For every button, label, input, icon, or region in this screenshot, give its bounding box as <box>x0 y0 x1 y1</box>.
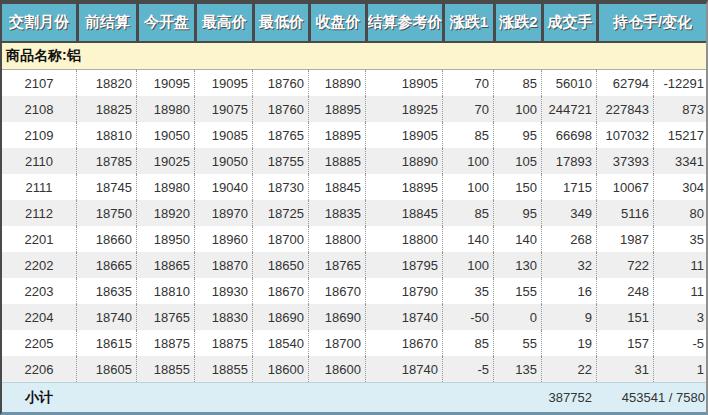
cell-low: 18765 <box>252 122 308 148</box>
subtotal-label: 小计 <box>2 383 76 412</box>
cell-close: 18845 <box>308 174 365 200</box>
cell-delivery-month: 2204 <box>2 304 76 330</box>
cell-high: 19075 <box>194 96 252 122</box>
cell-volume: 56010 <box>541 70 596 96</box>
cell-change1: 100 <box>442 148 493 174</box>
subtotal-row: 小计 387752 453541 / 7580 <box>2 382 706 412</box>
cell-change1: 85 <box>442 200 493 226</box>
cell-volume: 268 <box>541 226 596 252</box>
cell-delivery-month: 2206 <box>2 356 76 382</box>
cell-delivery-month: 2107 <box>2 70 76 96</box>
table-row: 2112 18750 18920 18970 18725 18835 18845… <box>2 200 706 226</box>
cell-prev-settlement: 18605 <box>76 356 136 382</box>
cell-delivery-month: 2205 <box>2 330 76 356</box>
cell-high: 18870 <box>194 252 252 278</box>
cell-close: 18800 <box>308 226 365 252</box>
commodity-name-row: 商品名称:铝 <box>2 43 706 70</box>
cell-change1: 100 <box>442 174 493 200</box>
cell-open-interest: 227843 <box>596 96 653 122</box>
cell-volume: 22 <box>541 356 596 382</box>
cell-close: 18890 <box>308 70 365 96</box>
cell-volume: 9 <box>541 304 596 330</box>
cell-open-interest: 31 <box>596 356 653 382</box>
cell-open-interest: 151 <box>596 304 653 330</box>
cell-change1: 100 <box>442 252 493 278</box>
cell-prev-settlement: 18810 <box>76 122 136 148</box>
cell-close: 18835 <box>308 200 365 226</box>
cell-delivery-month: 2112 <box>2 200 76 226</box>
cell-open: 19050 <box>136 122 194 148</box>
cell-change2: 155 <box>493 278 541 304</box>
cell-low: 18650 <box>252 252 308 278</box>
cell-change1: 70 <box>442 96 493 122</box>
cell-change1: -50 <box>442 304 493 330</box>
cell-open-interest: 5116 <box>596 200 653 226</box>
header-open-interest-change: 持仓手/变化 <box>596 4 706 41</box>
cell-delivery-month: 2110 <box>2 148 76 174</box>
cell-close: 18670 <box>308 278 365 304</box>
cell-volume: 17893 <box>541 148 596 174</box>
cell-change2: 100 <box>493 96 541 122</box>
subtotal-spacer <box>76 383 541 412</box>
cell-prev-settlement: 18820 <box>76 70 136 96</box>
cell-settlement-reference: 18740 <box>365 304 442 330</box>
cell-low: 18600 <box>252 356 308 382</box>
cell-volume: 349 <box>541 200 596 226</box>
cell-settlement-reference: 18845 <box>365 200 442 226</box>
cell-prev-settlement: 18635 <box>76 278 136 304</box>
cell-open: 19095 <box>136 70 194 96</box>
cell-close: 18885 <box>308 148 365 174</box>
table-row: 2204 18740 18765 18830 18690 18690 18740… <box>2 304 706 330</box>
table-row: 2203 18635 18810 18930 18670 18670 18790… <box>2 278 706 304</box>
cell-close: 18690 <box>308 304 365 330</box>
cell-high: 18960 <box>194 226 252 252</box>
cell-open-interest: 10067 <box>596 174 653 200</box>
cell-volume: 32 <box>541 252 596 278</box>
cell-open: 18855 <box>136 356 194 382</box>
cell-settlement-reference: 18905 <box>365 122 442 148</box>
cell-volume: 66698 <box>541 122 596 148</box>
cell-change2: 140 <box>493 226 541 252</box>
cell-open: 18920 <box>136 200 194 226</box>
cell-change2: 95 <box>493 122 541 148</box>
cell-delivery-month: 2202 <box>2 252 76 278</box>
cell-close: 18700 <box>308 330 365 356</box>
cell-close: 18600 <box>308 356 365 382</box>
header-low: 最低价 <box>252 4 308 41</box>
header-prev-settlement: 前结算 <box>76 4 136 41</box>
header-volume: 成交手 <box>541 4 596 41</box>
cell-prev-settlement: 18660 <box>76 226 136 252</box>
commodity-name-label: 商品名称:铝 <box>6 47 81 65</box>
cell-oi-change: 873 <box>653 96 706 122</box>
cell-delivery-month: 2109 <box>2 122 76 148</box>
cell-prev-settlement: 18740 <box>76 304 136 330</box>
futures-quote-table: 交割月份 前结算 今开盘 最高价 最低价 收盘价 结算参考价 涨跌1 涨跌2 成… <box>0 0 708 415</box>
header-high: 最高价 <box>194 4 252 41</box>
cell-open: 18950 <box>136 226 194 252</box>
cell-volume: 16 <box>541 278 596 304</box>
cell-open-interest: 157 <box>596 330 653 356</box>
cell-settlement-reference: 18895 <box>365 174 442 200</box>
cell-low: 18730 <box>252 174 308 200</box>
cell-high: 18830 <box>194 304 252 330</box>
cell-oi-change: 1 <box>653 356 706 382</box>
cell-settlement-reference: 18925 <box>365 96 442 122</box>
cell-open-interest: 37393 <box>596 148 653 174</box>
header-change1: 涨跌1 <box>442 4 493 41</box>
cell-change1: 140 <box>442 226 493 252</box>
cell-high: 19040 <box>194 174 252 200</box>
cell-low: 18670 <box>252 278 308 304</box>
cell-settlement-reference: 18670 <box>365 330 442 356</box>
cell-settlement-reference: 18890 <box>365 148 442 174</box>
cell-oi-change: 3 <box>653 304 706 330</box>
cell-change2: 0 <box>493 304 541 330</box>
table-row: 2205 18615 18875 18875 18540 18700 18670… <box>2 330 706 356</box>
cell-oi-change: 11 <box>653 278 706 304</box>
cell-open-interest: 1987 <box>596 226 653 252</box>
cell-high: 19085 <box>194 122 252 148</box>
cell-settlement-reference: 18800 <box>365 226 442 252</box>
table-header-row: 交割月份 前结算 今开盘 最高价 最低价 收盘价 结算参考价 涨跌1 涨跌2 成… <box>2 4 706 43</box>
table-row: 2202 18665 18865 18870 18650 18765 18795… <box>2 252 706 278</box>
cell-delivery-month: 2111 <box>2 174 76 200</box>
cell-low: 18690 <box>252 304 308 330</box>
